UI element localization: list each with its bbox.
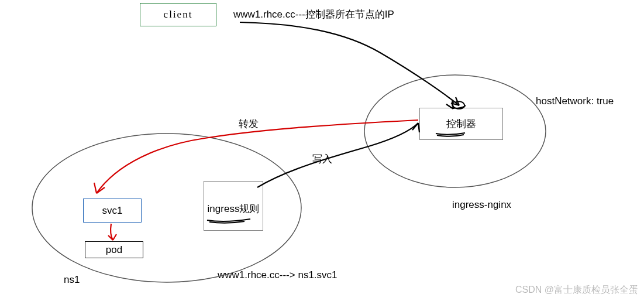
dns-note: www1.rhce.cc---控制器所在节点的IP [233, 8, 394, 21]
svc1-label: svc1 [102, 205, 123, 217]
svc1-box: svc1 [83, 199, 142, 223]
arrow-ingressrule-to-controller [257, 123, 418, 187]
controller-box: 控制器 [419, 108, 503, 140]
arrow-svc1-to-pod [111, 224, 113, 240]
routing-note: www1.rhce.cc---> ns1.svc1 [218, 269, 338, 281]
watermark: CSDN @富士康质检员张全蛋 [515, 284, 638, 296]
pod-label: pod [106, 244, 122, 256]
host-network-label: hostNetwork: true [536, 95, 614, 107]
ns1-label: ns1 [64, 274, 80, 286]
ingress-rule-label: ingress规则 [208, 202, 260, 216]
client-box: client [140, 3, 216, 26]
pod-box: pod [85, 241, 143, 258]
ingress-nginx-label: ingress-nginx [452, 199, 511, 211]
arrow-client-to-controller [240, 22, 459, 105]
client-label: client [164, 9, 193, 20]
write-label: 写入 [312, 152, 332, 166]
controller-label: 控制器 [446, 117, 476, 131]
ingress-rule-box: ingress规则 [204, 181, 263, 231]
forward-label: 转发 [239, 117, 259, 131]
